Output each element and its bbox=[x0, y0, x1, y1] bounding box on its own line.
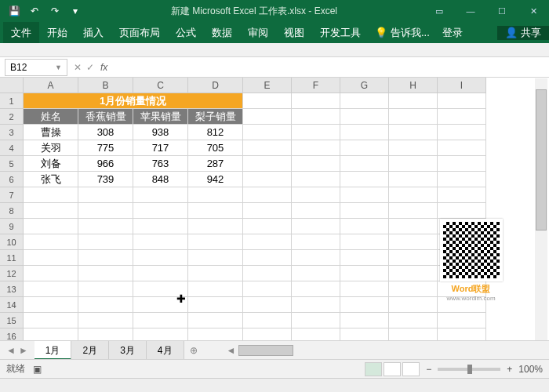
cell[interactable] bbox=[389, 109, 438, 125]
column-header[interactable]: C bbox=[133, 78, 188, 93]
cell[interactable] bbox=[389, 187, 438, 203]
cell[interactable]: 香蕉销量 bbox=[78, 109, 133, 125]
cell[interactable] bbox=[389, 156, 438, 172]
tab-审阅[interactable]: 审阅 bbox=[240, 22, 276, 43]
row-header[interactable]: 1 bbox=[0, 93, 24, 109]
cell[interactable] bbox=[243, 203, 292, 219]
cell[interactable] bbox=[292, 93, 340, 109]
cell[interactable] bbox=[24, 187, 78, 203]
cell[interactable]: 苹果销量 bbox=[133, 109, 188, 125]
cell[interactable] bbox=[292, 109, 340, 125]
cell[interactable] bbox=[292, 297, 340, 313]
share-button[interactable]: 👤 共享 bbox=[497, 26, 549, 40]
cell[interactable] bbox=[389, 266, 438, 281]
cell[interactable] bbox=[389, 234, 438, 250]
column-header[interactable]: H bbox=[389, 78, 438, 93]
cell[interactable] bbox=[78, 187, 133, 203]
cell[interactable] bbox=[292, 234, 340, 250]
cell[interactable] bbox=[292, 250, 340, 266]
ribbon-options-icon[interactable]: ▭ bbox=[424, 0, 455, 22]
cell[interactable] bbox=[389, 140, 438, 156]
cell[interactable] bbox=[188, 219, 243, 234]
cell[interactable] bbox=[340, 313, 389, 328]
cell[interactable] bbox=[24, 234, 78, 250]
vertical-scrollbar[interactable] bbox=[535, 78, 547, 340]
cell[interactable] bbox=[340, 250, 389, 266]
cell[interactable] bbox=[78, 219, 133, 234]
select-all-corner[interactable] bbox=[0, 78, 24, 93]
cell[interactable]: 938 bbox=[133, 125, 188, 140]
column-header[interactable]: E bbox=[243, 78, 292, 93]
cell[interactable] bbox=[340, 172, 389, 187]
cell[interactable] bbox=[188, 266, 243, 281]
cell[interactable] bbox=[292, 187, 340, 203]
view-pagebreak-button[interactable] bbox=[402, 362, 420, 376]
cell[interactable] bbox=[24, 281, 78, 297]
zoom-level[interactable]: 100% bbox=[518, 364, 543, 375]
cell[interactable] bbox=[438, 109, 486, 125]
cell[interactable] bbox=[389, 219, 438, 234]
cell[interactable]: 曹操 bbox=[24, 125, 78, 140]
cell[interactable] bbox=[243, 219, 292, 234]
cell[interactable] bbox=[292, 266, 340, 281]
cell[interactable] bbox=[438, 187, 486, 203]
cell[interactable] bbox=[389, 250, 438, 266]
row-header[interactable]: 2 bbox=[0, 109, 24, 125]
cell[interactable] bbox=[78, 250, 133, 266]
cell[interactable] bbox=[389, 203, 438, 219]
cell[interactable]: 763 bbox=[133, 156, 188, 172]
cell[interactable] bbox=[389, 125, 438, 140]
cell[interactable]: 刘备 bbox=[24, 156, 78, 172]
cell[interactable] bbox=[78, 266, 133, 281]
cell[interactable] bbox=[438, 93, 486, 109]
tab-插入[interactable]: 插入 bbox=[75, 22, 111, 43]
cell[interactable] bbox=[292, 125, 340, 140]
cell[interactable] bbox=[389, 297, 438, 313]
cell[interactable] bbox=[389, 172, 438, 187]
cell[interactable] bbox=[243, 281, 292, 297]
cell[interactable] bbox=[389, 281, 438, 297]
row-header[interactable]: 8 bbox=[0, 203, 24, 219]
cell[interactable] bbox=[24, 313, 78, 328]
cell[interactable] bbox=[292, 219, 340, 234]
cell[interactable] bbox=[292, 172, 340, 187]
record-macro-icon[interactable]: ▣ bbox=[33, 364, 42, 375]
redo-icon[interactable]: ↷ bbox=[45, 2, 64, 20]
cell[interactable] bbox=[188, 250, 243, 266]
view-layout-button[interactable] bbox=[384, 362, 401, 376]
cell[interactable] bbox=[188, 203, 243, 219]
cell[interactable] bbox=[133, 203, 188, 219]
column-header[interactable]: I bbox=[438, 78, 486, 93]
row-header[interactable]: 3 bbox=[0, 125, 24, 140]
cell[interactable]: 966 bbox=[78, 156, 133, 172]
tab-视图[interactable]: 视图 bbox=[276, 22, 312, 43]
tab-页面布局[interactable]: 页面布局 bbox=[111, 22, 168, 43]
save-icon[interactable]: 💾 bbox=[5, 2, 24, 20]
cell[interactable]: 848 bbox=[133, 172, 188, 187]
cell[interactable]: 705 bbox=[188, 140, 243, 156]
tab-开始[interactable]: 开始 bbox=[39, 22, 75, 43]
sheet-tab[interactable]: 2月 bbox=[71, 341, 109, 360]
cell[interactable]: 287 bbox=[188, 156, 243, 172]
row-header[interactable]: 15 bbox=[0, 313, 24, 328]
cell[interactable] bbox=[78, 203, 133, 219]
view-normal-button[interactable] bbox=[365, 362, 382, 376]
cell[interactable] bbox=[438, 125, 486, 140]
cell[interactable] bbox=[243, 250, 292, 266]
cell[interactable] bbox=[133, 313, 188, 328]
cell[interactable] bbox=[243, 187, 292, 203]
formula-input[interactable] bbox=[112, 59, 549, 76]
zoom-in-icon[interactable]: + bbox=[507, 364, 512, 375]
confirm-icon[interactable]: ✓ bbox=[86, 62, 94, 73]
row-header[interactable]: 10 bbox=[0, 234, 24, 250]
column-header[interactable]: A bbox=[24, 78, 78, 93]
cell[interactable] bbox=[243, 172, 292, 187]
cell[interactable] bbox=[438, 313, 486, 328]
cell[interactable] bbox=[24, 266, 78, 281]
cell[interactable]: 775 bbox=[78, 140, 133, 156]
cell[interactable] bbox=[243, 297, 292, 313]
cell[interactable] bbox=[24, 250, 78, 266]
cell[interactable] bbox=[78, 313, 133, 328]
cell[interactable] bbox=[243, 125, 292, 140]
cell[interactable] bbox=[243, 313, 292, 328]
